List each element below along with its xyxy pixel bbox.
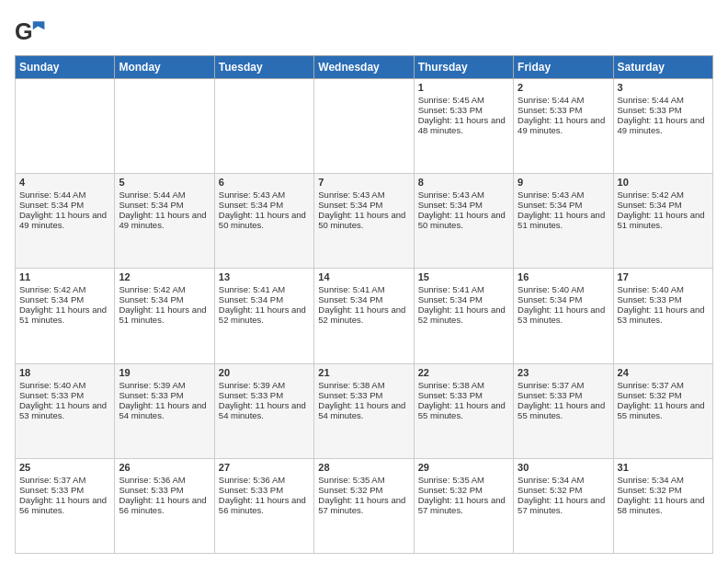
calendar-cell: 4Sunrise: 5:44 AMSunset: 5:34 PMDaylight… (16, 174, 115, 269)
sunrise: Sunrise: 5:37 AM (19, 475, 85, 485)
calendar-cell: 28Sunrise: 5:35 AMSunset: 5:32 PMDayligh… (314, 458, 414, 553)
daylight: Daylight: 11 hours and 49 minutes. (119, 210, 206, 230)
sunset: Sunset: 5:33 PM (618, 105, 682, 115)
daylight: Daylight: 11 hours and 51 minutes. (19, 304, 107, 325)
calendar-cell: 15Sunrise: 5:41 AMSunset: 5:34 PMDayligh… (414, 269, 513, 363)
day-number: 4 (19, 177, 110, 188)
sunset: Sunset: 5:33 PM (418, 390, 483, 400)
daylight: Daylight: 11 hours and 52 minutes. (318, 304, 405, 325)
day-number: 10 (618, 177, 709, 188)
calendar-cell: 1Sunrise: 5:45 AMSunset: 5:33 PMDaylight… (414, 79, 513, 174)
day-number: 30 (518, 462, 609, 473)
day-number: 12 (119, 271, 210, 282)
logo: G (15, 15, 53, 48)
daylight: Daylight: 11 hours and 57 minutes. (418, 495, 506, 515)
sunrise: Sunrise: 5:45 AM (418, 95, 484, 105)
day-number: 31 (618, 462, 709, 473)
day-number: 14 (318, 271, 409, 282)
daylight: Daylight: 11 hours and 52 minutes. (418, 304, 506, 325)
sunset: Sunset: 5:34 PM (618, 200, 682, 210)
sunrise: Sunrise: 5:38 AM (318, 380, 384, 390)
svg-text:G: G (15, 18, 33, 44)
day-number: 29 (418, 462, 509, 473)
sunset: Sunset: 5:33 PM (618, 294, 682, 304)
daylight: Daylight: 11 hours and 51 minutes. (618, 210, 705, 230)
sunrise: Sunrise: 5:41 AM (318, 284, 384, 294)
daylight: Daylight: 11 hours and 53 minutes. (618, 304, 705, 325)
day-number: 22 (418, 367, 509, 378)
daylight: Daylight: 11 hours and 53 minutes. (518, 304, 605, 325)
day-number: 13 (219, 271, 310, 282)
sunrise: Sunrise: 5:40 AM (618, 284, 684, 294)
sunset: Sunset: 5:34 PM (119, 200, 183, 210)
sunrise: Sunrise: 5:41 AM (219, 284, 285, 294)
calendar-cell: 21Sunrise: 5:38 AMSunset: 5:33 PMDayligh… (314, 363, 414, 458)
sunset: Sunset: 5:33 PM (219, 485, 283, 495)
sunrise: Sunrise: 5:34 AM (618, 475, 684, 485)
daylight: Daylight: 11 hours and 56 minutes. (219, 495, 306, 515)
sunset: Sunset: 5:34 PM (219, 294, 283, 304)
daylight: Daylight: 11 hours and 50 minutes. (318, 210, 405, 230)
sunrise: Sunrise: 5:38 AM (418, 380, 484, 390)
col-sunday: Sunday (16, 56, 115, 79)
sunset: Sunset: 5:33 PM (219, 390, 283, 400)
daylight: Daylight: 11 hours and 54 minutes. (318, 400, 405, 420)
col-thursday: Thursday (414, 56, 513, 79)
calendar-cell: 19Sunrise: 5:39 AMSunset: 5:33 PMDayligh… (115, 363, 214, 458)
sunset: Sunset: 5:33 PM (119, 390, 183, 400)
calendar-cell: 10Sunrise: 5:42 AMSunset: 5:34 PMDayligh… (613, 174, 712, 269)
sunset: Sunset: 5:34 PM (219, 200, 283, 210)
daylight: Daylight: 11 hours and 52 minutes. (219, 304, 306, 325)
day-number: 19 (119, 367, 210, 378)
calendar-cell: 17Sunrise: 5:40 AMSunset: 5:33 PMDayligh… (613, 269, 712, 363)
calendar-cell: 23Sunrise: 5:37 AMSunset: 5:33 PMDayligh… (514, 363, 613, 458)
day-number: 8 (418, 177, 509, 188)
daylight: Daylight: 11 hours and 58 minutes. (618, 495, 705, 515)
day-number: 15 (418, 271, 509, 282)
sunset: Sunset: 5:33 PM (518, 105, 582, 115)
sunset: Sunset: 5:32 PM (318, 485, 382, 495)
daylight: Daylight: 11 hours and 54 minutes. (119, 400, 206, 420)
col-tuesday: Tuesday (214, 56, 313, 79)
sunset: Sunset: 5:34 PM (518, 200, 582, 210)
calendar-week-row: 25Sunrise: 5:37 AMSunset: 5:33 PMDayligh… (16, 458, 713, 553)
calendar-cell (214, 79, 313, 174)
daylight: Daylight: 11 hours and 54 minutes. (219, 400, 306, 420)
sunset: Sunset: 5:34 PM (418, 200, 483, 210)
day-number: 11 (19, 271, 110, 282)
logo-icon: G (15, 15, 48, 48)
calendar-cell: 26Sunrise: 5:36 AMSunset: 5:33 PMDayligh… (115, 458, 214, 553)
calendar-cell (16, 79, 115, 174)
sunrise: Sunrise: 5:42 AM (119, 284, 185, 294)
sunrise: Sunrise: 5:44 AM (119, 190, 185, 200)
sunrise: Sunrise: 5:44 AM (518, 95, 584, 105)
calendar-week-row: 18Sunrise: 5:40 AMSunset: 5:33 PMDayligh… (16, 363, 713, 458)
daylight: Daylight: 11 hours and 57 minutes. (318, 495, 405, 515)
sunrise: Sunrise: 5:43 AM (318, 190, 384, 200)
day-number: 17 (618, 271, 709, 282)
day-number: 6 (219, 177, 310, 188)
sunset: Sunset: 5:33 PM (19, 390, 84, 400)
calendar-week-row: 11Sunrise: 5:42 AMSunset: 5:34 PMDayligh… (16, 269, 713, 363)
sunrise: Sunrise: 5:42 AM (19, 284, 85, 294)
sunrise: Sunrise: 5:36 AM (219, 475, 285, 485)
sunset: Sunset: 5:33 PM (119, 485, 183, 495)
calendar-cell: 8Sunrise: 5:43 AMSunset: 5:34 PMDaylight… (414, 174, 513, 269)
col-wednesday: Wednesday (314, 56, 414, 79)
day-number: 3 (618, 82, 709, 93)
sunset: Sunset: 5:32 PM (618, 390, 682, 400)
day-number: 28 (318, 462, 409, 473)
sunset: Sunset: 5:34 PM (119, 294, 183, 304)
sunset: Sunset: 5:34 PM (318, 200, 382, 210)
daylight: Daylight: 11 hours and 49 minutes. (19, 210, 107, 230)
calendar-cell (314, 79, 414, 174)
daylight: Daylight: 11 hours and 55 minutes. (518, 400, 605, 420)
day-number: 21 (318, 367, 409, 378)
sunrise: Sunrise: 5:43 AM (418, 190, 484, 200)
day-number: 2 (518, 82, 609, 93)
calendar-cell: 7Sunrise: 5:43 AMSunset: 5:34 PMDaylight… (314, 174, 414, 269)
calendar-cell: 25Sunrise: 5:37 AMSunset: 5:33 PMDayligh… (16, 458, 115, 553)
sunset: Sunset: 5:33 PM (418, 105, 483, 115)
day-number: 20 (219, 367, 310, 378)
daylight: Daylight: 11 hours and 50 minutes. (418, 210, 506, 230)
